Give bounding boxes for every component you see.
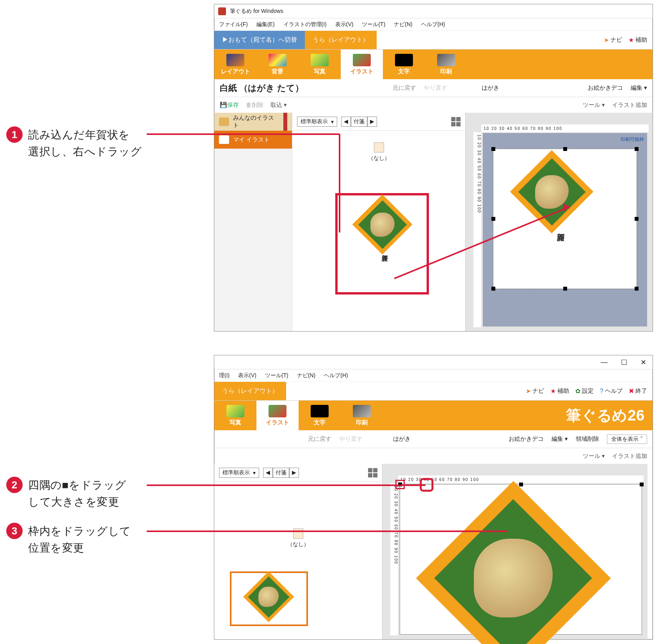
handle-tr[interactable] — [640, 483, 644, 486]
assist-button[interactable]: ★補助 — [550, 387, 569, 395]
tool-print[interactable]: 印刷 — [341, 401, 383, 430]
tool-illust[interactable]: イラスト — [341, 50, 383, 79]
prev-sticky-button[interactable]: ◀ — [341, 117, 351, 127]
body: 標準順表示 ▾ ◀ 付箋 ▶ （なし） — [214, 464, 653, 639]
undo-button[interactable]: 元に戻す — [393, 84, 416, 92]
menu-view[interactable]: 表示(V) — [335, 21, 354, 28]
window-2: — ☐ ✕ 理(I) 表示(V) ツール(T) ナビ(N) ヘルプ(H) うら（… — [214, 355, 653, 640]
canvas[interactable]: 10 20 30 40 50 60 70 80 90 100 10 20 30 … — [465, 113, 653, 331]
tool-text[interactable]: 文字 — [299, 401, 341, 430]
sort-dropdown[interactable]: 標準順表示 ▾ — [297, 117, 337, 127]
settings-button[interactable]: ✿設定 — [575, 387, 594, 395]
next-sticky-button[interactable]: ▶ — [367, 117, 377, 127]
cursor-icon: ➤ — [526, 387, 531, 395]
assist-button[interactable]: ★補助 — [628, 36, 647, 44]
menu-tool[interactable]: ツール(T) — [362, 21, 385, 28]
print-icon — [353, 405, 371, 417]
grid-view-icon[interactable] — [368, 468, 377, 477]
sidebar: みんなのイラスト マイ イラスト — [214, 113, 292, 331]
gear-icon: ✿ — [575, 387, 580, 395]
close-button[interactable]: ✕ — [638, 358, 649, 367]
titlebar[interactable]: 筆ぐるめ for Windows — [214, 4, 653, 18]
window-controls: — ☐ ✕ — [598, 358, 649, 367]
tool-print[interactable]: 印刷 — [425, 50, 467, 79]
add-illust-button[interactable]: イラスト追加 — [612, 452, 647, 460]
tool-dropdown[interactable]: ツール ▾ — [583, 452, 605, 460]
redo-button[interactable]: やり直す — [424, 84, 447, 92]
sidebar-item-my[interactable]: マイ イラスト — [214, 131, 292, 149]
redo-button[interactable]: やり直す — [339, 435, 363, 443]
tab-row: うら（レイアウト） ➤ナビ ★補助 ✿設定 ?ヘルプ ✖終了 — [214, 382, 653, 401]
middle-panel: 標準順表示 ▾ ◀ 付箋 ▶ （なし） — [292, 113, 465, 331]
selected-thumbnail[interactable] — [230, 571, 308, 626]
callout-text-3: 枠内をドラッグして 位置を変更 — [28, 523, 131, 557]
selected-thumbnail[interactable]: 謹賀新年 — [335, 193, 429, 295]
handle-tm[interactable] — [563, 147, 567, 151]
canvas[interactable]: 10 20 30 40 50 60 70 80 90 100 10 20 30 … — [382, 464, 648, 639]
main-toolbar: 写真 イラスト 文字 印刷 筆ぐるめ26 — [214, 401, 653, 430]
tool-layout[interactable]: レイアウト — [214, 50, 256, 79]
selection-frame[interactable]: 謹賀 — [400, 484, 642, 635]
view-dropdown[interactable]: 全体を表示 ˅ — [607, 435, 647, 444]
tool-illust[interactable]: イラスト — [256, 401, 299, 430]
next-sticky-button[interactable]: ▶ — [289, 468, 299, 478]
menu-tool[interactable]: ツール(T) — [265, 372, 288, 379]
grid-view-icon[interactable] — [451, 117, 461, 126]
prev-sticky-button[interactable]: ◀ — [263, 468, 273, 478]
navi-button[interactable]: ➤ナビ — [604, 36, 622, 44]
maximize-button[interactable]: ☐ — [619, 358, 630, 367]
region-delete-button[interactable]: 領域削除 — [576, 435, 599, 443]
callout-badge-3: 3 — [6, 523, 23, 539]
menu-illust[interactable]: 理(I) — [219, 372, 229, 379]
selection-frame[interactable]: 謹賀新年 — [493, 149, 637, 289]
menu-navi[interactable]: ナビ(N) — [297, 372, 315, 379]
undo-button[interactable]: 元に戻す — [308, 435, 331, 443]
menu-navi[interactable]: ナビ(N) — [394, 21, 412, 28]
minimize-button[interactable]: — — [598, 358, 610, 367]
edit-button[interactable]: 編集 ▾ — [551, 435, 568, 443]
text-icon — [311, 405, 329, 417]
deco-button[interactable]: お絵かきデコ — [588, 84, 623, 92]
tool-photo[interactable]: 写真 — [214, 401, 256, 430]
tool-bg[interactable]: 背景 — [256, 50, 299, 79]
navi-button[interactable]: ➤ナビ — [526, 387, 544, 395]
tool-dropdown[interactable]: ツール ▾ — [583, 101, 605, 109]
handle-tl[interactable] — [491, 147, 495, 151]
save-button[interactable]: 💾保存 — [220, 101, 239, 109]
menu-help[interactable]: ヘルプ(H) — [421, 21, 445, 28]
handle-tr[interactable] — [635, 147, 639, 151]
rat-graphic[interactable] — [431, 496, 595, 644]
add-illust-button[interactable]: イラスト追加 — [612, 101, 647, 109]
handle-br[interactable] — [635, 287, 639, 291]
tool-photo[interactable]: 写真 — [299, 50, 341, 79]
postcard-canvas[interactable]: 印刷可能枠 謹賀新年 — [483, 133, 647, 326]
delete-button[interactable]: 🗑削除 — [246, 101, 263, 109]
sticky-nav: ◀ 付箋 ▶ — [341, 117, 377, 127]
help-button[interactable]: ?ヘルプ — [600, 387, 623, 395]
deco-button[interactable]: お絵かきデコ — [509, 435, 544, 443]
sidebar-item-everyone[interactable]: みんなのイラスト — [214, 113, 292, 131]
postcard-canvas[interactable]: 印刷可能枠 謹賀 — [400, 484, 642, 635]
handle-bm[interactable] — [563, 287, 567, 291]
tab-back[interactable]: うら（レイアウト） — [214, 382, 286, 400]
menu-help[interactable]: ヘルプ(H) — [324, 372, 348, 379]
handle-mr[interactable] — [635, 217, 639, 221]
handle-bl[interactable] — [491, 287, 495, 291]
handle-tm[interactable] — [519, 483, 523, 486]
handle-tl[interactable] — [398, 483, 402, 486]
handle-ml[interactable] — [491, 217, 495, 221]
rat-graphic[interactable] — [517, 157, 587, 227]
ruler-horizontal: 10 20 30 40 50 60 70 80 90 100 — [481, 124, 649, 132]
menu-view[interactable]: 表示(V) — [238, 372, 256, 379]
menu-illust[interactable]: イラストの管理(I) — [283, 21, 327, 28]
menu-file[interactable]: ファイル(F) — [219, 21, 248, 28]
tool-text[interactable]: 文字 — [383, 50, 425, 79]
import-button[interactable]: 取込 ▾ — [270, 101, 287, 109]
titlebar[interactable]: — ☐ ✕ — [214, 355, 653, 369]
tab-back[interactable]: うら（レイアウト） — [305, 31, 377, 49]
tab-front[interactable]: ▶おもて（宛て名）へ切替 — [214, 31, 305, 49]
edit-button[interactable]: 編集 ▾ — [631, 84, 647, 92]
sort-dropdown[interactable]: 標準順表示 ▾ — [219, 468, 259, 478]
exit-button[interactable]: ✖終了 — [629, 387, 647, 395]
menu-edit[interactable]: 編集(E) — [256, 21, 275, 28]
